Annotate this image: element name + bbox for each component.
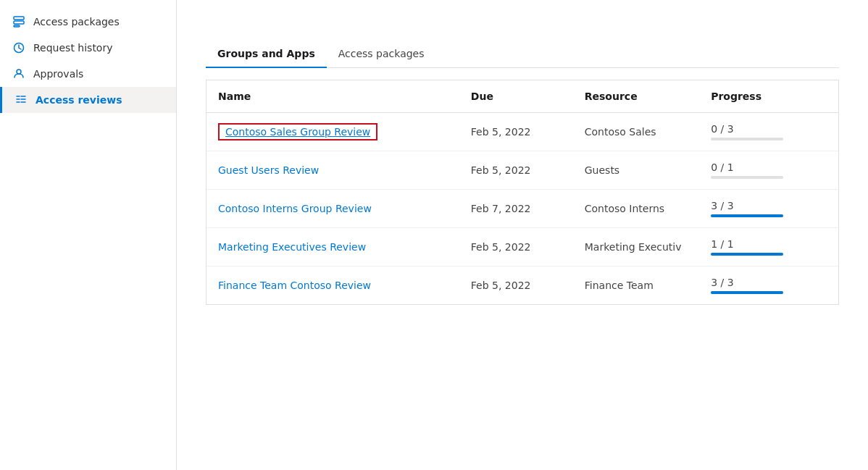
tab-access-packages[interactable]: Access packages	[327, 41, 436, 68]
sidebar-item-access-packages[interactable]: Access packages	[0, 9, 176, 35]
table-row: Contoso Sales Group ReviewFeb 5, 2022Con…	[206, 113, 838, 151]
due-date-2: Feb 7, 2022	[459, 190, 573, 228]
progress-bar-fill-4	[711, 291, 783, 294]
table-row: Marketing Executives ReviewFeb 5, 2022Ma…	[206, 228, 838, 267]
due-date-4: Feb 5, 2022	[459, 267, 573, 305]
sidebar-item-approvals[interactable]: Approvals	[0, 61, 176, 87]
tab-groups-apps[interactable]: Groups and Apps	[206, 41, 327, 68]
review-link-0[interactable]: Contoso Sales Group Review	[218, 123, 377, 140]
resource-3: Marketing Executiv	[573, 228, 699, 267]
progress-text-2: 3 / 3	[711, 200, 827, 211]
access-reviews-icon	[14, 94, 28, 106]
reviews-table: Name Due Resource Progress Contoso Sales…	[206, 80, 838, 304]
svg-rect-1	[14, 21, 24, 24]
due-date-3: Feb 5, 2022	[459, 228, 573, 267]
reviews-table-container: Name Due Resource Progress Contoso Sales…	[206, 80, 839, 305]
sidebar-item-request-history[interactable]: Request history	[0, 35, 176, 61]
resource-0: Contoso Sales	[573, 113, 699, 151]
progress-bar-bg-0	[711, 138, 783, 140]
resource-1: Guests	[573, 151, 699, 190]
resource-4: Finance Team	[573, 267, 699, 305]
svg-point-4	[17, 70, 21, 74]
progress-1: 0 / 1	[699, 151, 838, 190]
access-packages-icon	[12, 16, 26, 28]
progress-bar-fill-3	[711, 253, 783, 256]
progress-text-0: 0 / 3	[711, 123, 827, 135]
progress-text-4: 3 / 3	[711, 277, 827, 288]
review-link-3[interactable]: Marketing Executives Review	[218, 241, 366, 253]
resource-2: Contoso Interns	[573, 190, 699, 228]
table-body: Contoso Sales Group ReviewFeb 5, 2022Con…	[206, 113, 838, 305]
table-row: Contoso Interns Group ReviewFeb 7, 2022C…	[206, 190, 838, 228]
progress-bar-fill-2	[711, 214, 783, 217]
table-row: Guest Users ReviewFeb 5, 2022Guests0 / 1	[206, 151, 838, 190]
access-packages-label: Access packages	[33, 16, 120, 28]
progress-4: 3 / 3	[699, 267, 838, 305]
due-date-0: Feb 5, 2022	[459, 113, 573, 151]
progress-bar-bg-1	[711, 176, 783, 179]
svg-rect-0	[14, 17, 24, 20]
col-header-due: Due	[459, 80, 573, 113]
review-link-4[interactable]: Finance Team Contoso Review	[218, 280, 371, 291]
request-history-label: Request history	[33, 42, 112, 54]
col-header-progress: Progress	[699, 80, 838, 113]
table-row: Finance Team Contoso ReviewFeb 5, 2022Fi…	[206, 267, 838, 305]
progress-0: 0 / 3	[699, 113, 838, 151]
due-date-1: Feb 5, 2022	[459, 151, 573, 190]
sidebar: Access packagesRequest historyApprovalsA…	[0, 0, 177, 470]
main-content: Groups and Apps Access packages Name Due…	[177, 0, 868, 470]
col-header-resource: Resource	[573, 80, 699, 113]
request-history-icon	[12, 42, 26, 54]
svg-rect-2	[14, 25, 20, 27]
progress-bar-bg-2	[711, 214, 783, 217]
review-link-1[interactable]: Guest Users Review	[218, 164, 319, 176]
access-reviews-label: Access reviews	[36, 94, 122, 106]
progress-text-1: 0 / 1	[711, 161, 827, 173]
progress-text-3: 1 / 1	[711, 238, 827, 250]
approvals-label: Approvals	[33, 68, 83, 80]
progress-bar-bg-3	[711, 253, 783, 256]
review-link-2[interactable]: Contoso Interns Group Review	[218, 203, 372, 214]
sidebar-item-access-reviews[interactable]: Access reviews	[0, 87, 176, 113]
col-header-name: Name	[206, 80, 459, 113]
progress-3: 1 / 1	[699, 228, 838, 267]
tab-bar: Groups and Apps Access packages	[206, 41, 839, 68]
progress-bar-bg-4	[711, 291, 783, 294]
table-header-row: Name Due Resource Progress	[206, 80, 838, 113]
approvals-icon	[12, 68, 26, 80]
progress-2: 3 / 3	[699, 190, 838, 228]
